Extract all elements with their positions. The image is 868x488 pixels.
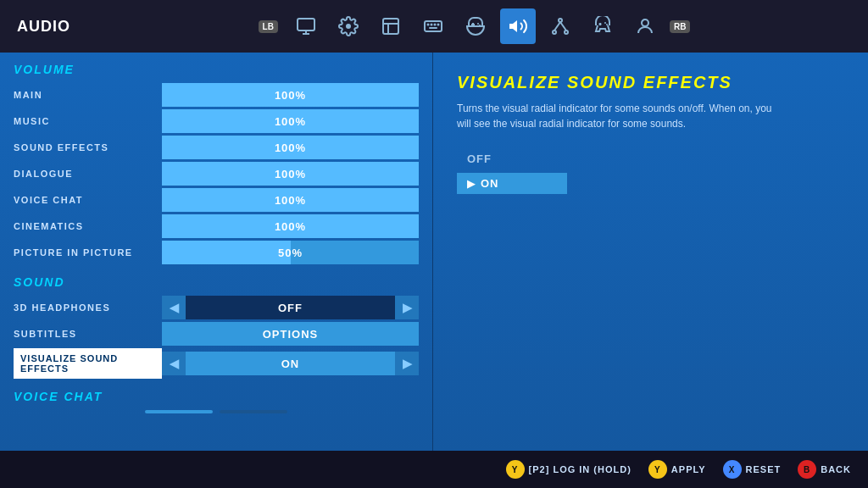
nav-icons: LB (101, 8, 851, 44)
cinematics-volume-row[interactable]: CINEMATICS 100% (14, 214, 419, 238)
gear-nav-icon[interactable] (331, 8, 366, 44)
music-volume-row[interactable]: MUSIC 100% (14, 109, 419, 133)
dialogue-volume-row[interactable]: DIALOGUE 100% (14, 162, 419, 186)
pip-volume-fill (162, 241, 291, 264)
svg-point-24 (604, 22, 606, 24)
back-label: BACK (821, 464, 851, 474)
reset-action[interactable]: X RESET (723, 460, 782, 479)
option-on-arrow: ▶ (467, 178, 476, 190)
visualize-soundfx-value: ON (186, 352, 395, 375)
3d-headphones-label: 3D HEADPHONES (14, 297, 162, 318)
main-volume-row[interactable]: MAIN 100% (14, 83, 419, 107)
3d-headphones-row[interactable]: 3D HEADPHONES ◀ OFF ▶ (14, 296, 419, 319)
keyboard-nav-icon[interactable] (415, 8, 451, 44)
sound-section-title: SOUND (14, 275, 419, 289)
3d-headphones-left-arrow[interactable]: ◀ (162, 296, 186, 319)
layout-nav-icon[interactable] (373, 8, 409, 44)
reset-label: RESET (746, 464, 782, 474)
subtitles-label: SUBTITLES (14, 324, 162, 344)
detail-title: VISUALIZE SOUND EFFECTS (457, 73, 844, 92)
svg-rect-0 (298, 19, 314, 30)
3d-headphones-right-arrow[interactable]: ▶ (395, 296, 419, 319)
right-panel: VISUALIZE SOUND EFFECTS Turns the visual… (433, 53, 868, 451)
soundfx-volume-row[interactable]: SOUND EFFECTS 100% (14, 136, 419, 159)
svg-rect-6 (425, 21, 442, 31)
detail-description: Turns the visual radial indicator for so… (457, 101, 779, 131)
voicechat-volume-bar[interactable]: 100% (162, 188, 419, 212)
svg-point-15 (479, 25, 481, 26)
soundfx-volume-value: 100% (275, 141, 306, 154)
soundfx-volume-bar[interactable]: 100% (162, 136, 419, 159)
visualize-soundfx-right-arrow[interactable]: ▶ (395, 352, 419, 375)
left-panel: VOLUME MAIN 100% MUSIC 100% SOUND EFFECT… (0, 53, 432, 451)
voicechat-volume-value: 100% (275, 194, 306, 207)
svg-point-17 (559, 19, 562, 22)
apply-action[interactable]: Y APPLY (648, 460, 706, 479)
pip-volume-label: PICTURE IN PICTURE (14, 242, 162, 263)
monitor-nav-icon[interactable] (288, 8, 324, 44)
cinematics-volume-value: 100% (275, 220, 306, 233)
visualize-soundfx-row[interactable]: VISUALIZE SOUND EFFECTS ◀ ON ▶ (14, 348, 419, 379)
lb-badge[interactable]: LB (259, 20, 278, 33)
option-on-label: ON (481, 177, 499, 190)
pip-volume-bar[interactable]: 50% (162, 241, 419, 264)
page-title: AUDIO (17, 18, 70, 36)
controller-nav-icon[interactable] (585, 8, 620, 44)
visualize-soundfx-control[interactable]: ◀ ON ▶ (162, 352, 419, 375)
network-nav-icon[interactable] (542, 8, 578, 44)
voicechat-section-title: VOICE CHAT (14, 390, 419, 403)
p2-login-action[interactable]: Y [P2] LOG IN (HOLD) (506, 460, 632, 479)
music-volume-label: MUSIC (14, 111, 162, 131)
gamepad-small-nav-icon[interactable] (458, 8, 493, 44)
volume-section-title: VOLUME (14, 63, 419, 76)
option-off-label: OFF (467, 152, 492, 165)
main-volume-label: MAIN (14, 85, 162, 105)
svg-point-14 (477, 23, 479, 25)
back-action[interactable]: B BACK (798, 460, 851, 479)
apply-label: APPLY (671, 464, 706, 474)
cinematics-volume-label: CINEMATICS (14, 216, 162, 236)
svg-line-21 (560, 22, 566, 30)
music-volume-value: 100% (275, 115, 306, 128)
subtitles-value[interactable]: OPTIONS (162, 322, 419, 346)
bottom-bar: Y [P2] LOG IN (HOLD) Y APPLY X RESET B B… (0, 451, 868, 488)
option-on[interactable]: ▶ ON (457, 173, 567, 194)
svg-point-19 (565, 30, 568, 34)
y-button-p2: Y (506, 460, 525, 479)
main-content: VOLUME MAIN 100% MUSIC 100% SOUND EFFECT… (0, 53, 868, 451)
svg-line-20 (554, 22, 560, 30)
person-nav-icon[interactable] (627, 8, 663, 44)
svg-point-25 (606, 24, 608, 25)
svg-point-26 (642, 19, 648, 26)
option-list: OFF ▶ ON (457, 148, 844, 194)
3d-headphones-control[interactable]: ◀ OFF ▶ (162, 296, 419, 319)
svg-marker-16 (509, 20, 517, 32)
svg-point-18 (553, 30, 556, 34)
pip-volume-row[interactable]: PICTURE IN PICTURE 50% (14, 241, 419, 264)
voicechat-volume-row[interactable]: VOICE CHAT 100% (14, 188, 419, 212)
3d-headphones-value: OFF (186, 296, 395, 319)
option-off[interactable]: OFF (457, 148, 567, 169)
main-volume-bar[interactable]: 100% (162, 83, 419, 107)
visualize-soundfx-left-arrow[interactable]: ◀ (162, 352, 186, 375)
pip-volume-value: 50% (278, 247, 303, 259)
voicechat-volume-label: VOICE CHAT (14, 190, 162, 210)
svg-rect-3 (383, 19, 398, 34)
music-volume-bar[interactable]: 100% (162, 109, 419, 133)
speaker-nav-icon[interactable] (500, 8, 536, 44)
b-button-back: B (798, 460, 816, 479)
p2-login-label: [P2] LOG IN (HOLD) (529, 464, 632, 474)
soundfx-volume-label: SOUND EFFECTS (14, 137, 162, 158)
y-button-apply: Y (648, 460, 667, 479)
dialogue-volume-bar[interactable]: 100% (162, 162, 419, 186)
dialogue-volume-label: DIALOGUE (14, 164, 162, 184)
main-volume-value: 100% (275, 89, 306, 102)
visualize-soundfx-label: VISUALIZE SOUND EFFECTS (14, 348, 162, 379)
rb-badge[interactable]: RB (670, 20, 690, 33)
dialogue-volume-value: 100% (275, 168, 306, 180)
subtitles-row[interactable]: SUBTITLES OPTIONS (14, 322, 419, 346)
cinematics-volume-bar[interactable]: 100% (162, 214, 419, 238)
x-button-reset: X (723, 460, 742, 479)
top-bar: AUDIO LB (0, 0, 868, 53)
